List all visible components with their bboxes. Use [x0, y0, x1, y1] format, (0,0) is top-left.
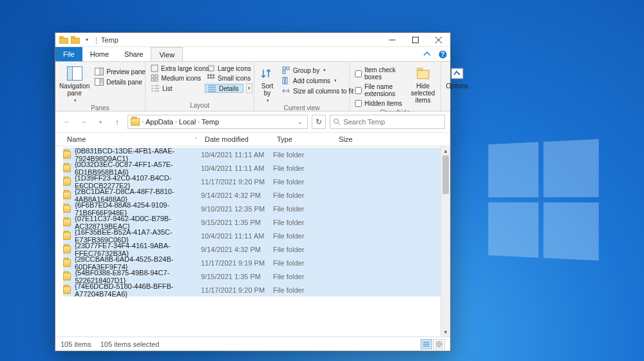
- breadcrumb-appdata[interactable]: AppData›: [146, 118, 177, 126]
- maximize-button[interactable]: [404, 33, 427, 47]
- view-thumbnails-button[interactable]: [433, 339, 445, 349]
- navigation-pane-button[interactable]: Navigation pane ▾: [59, 64, 90, 103]
- column-headers: Name˄ Date modified Type Size: [55, 132, 450, 146]
- recent-locations-button[interactable]: ▾: [94, 115, 107, 128]
- details-pane-button[interactable]: Details pane: [92, 77, 148, 86]
- layout-small-icons[interactable]: Small icons: [205, 73, 250, 83]
- svg-rect-42: [283, 71, 285, 73]
- scroll-up-icon[interactable]: ▲: [441, 146, 450, 155]
- address-bar[interactable]: › AppData› Local› Temp ⌄: [128, 115, 308, 129]
- table-row[interactable]: {6F6B7ED4-88A8-4254-9109-71B6F66F948E}9/…: [63, 202, 440, 215]
- search-box[interactable]: [330, 115, 445, 129]
- size-columns-button[interactable]: Size all columns to fit: [279, 86, 356, 95]
- back-button[interactable]: ←: [61, 115, 73, 128]
- help-button[interactable]: ?: [435, 47, 450, 61]
- up-button[interactable]: ↑: [111, 115, 124, 128]
- svg-rect-54: [436, 341, 439, 344]
- scroll-down-icon[interactable]: ▼: [441, 327, 450, 337]
- file-list[interactable]: {0B831BCD-13DE-4FB1-A8AE-7924B98D9AC1}10…: [55, 146, 440, 337]
- file-type: File folder: [273, 191, 335, 199]
- table-row[interactable]: {23D77FE7-34F4-4161-9ABA-FFEC76732B3A}9/…: [63, 242, 440, 256]
- file-date: 9/10/2021 12:35 PM: [201, 205, 273, 213]
- hidden-items-toggle[interactable]: Hidden items: [354, 99, 407, 108]
- layout-large-icons[interactable]: Large icons: [205, 64, 250, 73]
- vertical-scrollbar[interactable]: ▲ ▼: [440, 146, 450, 337]
- column-size[interactable]: Size: [335, 135, 374, 143]
- sort-by-button[interactable]: Sort by▾: [258, 64, 276, 103]
- folder-icon: [63, 286, 71, 294]
- hide-selected-items-button[interactable]: Hide selected items: [410, 64, 437, 104]
- table-row[interactable]: {54BF0388-E875-49B8-94C7-5226218407D1}9/…: [63, 269, 440, 283]
- svg-rect-3: [71, 36, 75, 38]
- svg-rect-56: [436, 345, 439, 347]
- navigation-pane-icon: [66, 66, 84, 81]
- folder-icon: [63, 178, 71, 186]
- layout-more-icon[interactable]: ▾: [246, 83, 252, 93]
- preview-pane-icon: [95, 68, 104, 75]
- scroll-thumb[interactable]: [442, 155, 449, 194]
- svg-text:+: +: [289, 77, 290, 83]
- table-row[interactable]: {07E11C37-9462-4D0C-B79B-AC328719BEAC}9/…: [63, 215, 440, 229]
- file-date: 11/17/2021 9:20 PM: [201, 286, 273, 294]
- column-name[interactable]: Name˄: [63, 135, 201, 143]
- svg-rect-0: [59, 38, 68, 44]
- table-row[interactable]: {0B831BCD-13DE-4FB1-A8AE-7924B98D9AC1}10…: [63, 148, 440, 161]
- search-input[interactable]: [343, 118, 442, 126]
- address-bar-row: ← → ▾ ↑ › AppData› Local› Temp ⌄ ↻: [55, 112, 450, 132]
- svg-rect-47: [417, 68, 422, 70]
- list-icon: [151, 84, 160, 92]
- column-type[interactable]: Type: [273, 135, 335, 143]
- close-button[interactable]: [427, 33, 450, 47]
- breadcrumb-local[interactable]: Local›: [179, 118, 200, 126]
- file-type: File folder: [273, 151, 335, 159]
- details-pane-icon: [95, 78, 104, 86]
- table-row[interactable]: {74E6DCBD-5180-446B-BFFB-A77204B74EA6}11…: [63, 283, 440, 297]
- tab-home[interactable]: Home: [82, 47, 117, 61]
- svg-rect-22: [151, 79, 154, 81]
- ribbon-view: Navigation pane ▾ Preview pane Details p…: [55, 61, 450, 112]
- table-row[interactable]: {2BC1DAE7-D8CA-48F7-B810-4AB8A16488A0}9/…: [63, 188, 440, 202]
- address-history-dropdown[interactable]: ⌄: [296, 119, 305, 125]
- file-type: File folder: [273, 178, 335, 186]
- table-row[interactable]: {16F35BEE-B52A-41A7-A35C-E73FB369C06D}10…: [63, 229, 440, 242]
- tab-share[interactable]: Share: [117, 47, 151, 61]
- properties-icon[interactable]: [71, 35, 80, 44]
- refresh-button[interactable]: ↻: [312, 115, 326, 129]
- file-type: File folder: [273, 219, 335, 226]
- folder-icon: [63, 246, 71, 253]
- svg-rect-44: [285, 77, 287, 84]
- qat-dropdown-icon[interactable]: ▾: [82, 35, 91, 44]
- layout-medium-icons[interactable]: Medium icons: [148, 73, 204, 83]
- forward-button[interactable]: →: [77, 115, 90, 128]
- svg-rect-57: [440, 345, 442, 347]
- file-type: File folder: [273, 246, 335, 253]
- tab-file[interactable]: File: [55, 47, 82, 61]
- view-details-button[interactable]: [421, 339, 432, 349]
- svg-rect-13: [100, 68, 104, 75]
- add-columns-button[interactable]: +Add columns▾: [279, 76, 356, 85]
- ribbon-collapse-button[interactable]: [419, 47, 435, 61]
- breadcrumb-temp[interactable]: Temp: [202, 118, 219, 126]
- svg-rect-29: [213, 77, 214, 79]
- folder-icon: [63, 232, 71, 240]
- group-by-button[interactable]: Group by▾: [279, 66, 356, 75]
- table-row[interactable]: {1D39FF23-42C0-4107-B4CD-E6CDCB2277E2}11…: [63, 175, 440, 188]
- svg-rect-43: [283, 77, 285, 84]
- minimize-button[interactable]: [381, 33, 404, 47]
- svg-rect-11: [67, 67, 72, 81]
- breadcrumb-sep[interactable]: ›: [142, 119, 144, 125]
- item-check-boxes-toggle[interactable]: Item check boxes: [354, 66, 407, 81]
- preview-pane-button[interactable]: Preview pane: [92, 67, 148, 76]
- tab-view[interactable]: View: [151, 47, 183, 62]
- table-row[interactable]: {28CCBA8B-6AD4-4525-B24B-60DFA3EF9F74}11…: [63, 256, 440, 269]
- file-date: 9/14/2021 4:32 PM: [201, 191, 273, 199]
- options-button[interactable]: Options▾: [445, 64, 469, 96]
- layout-details[interactable]: Details: [205, 84, 243, 93]
- details-icon: [207, 84, 216, 92]
- layout-extra-large-icons[interactable]: Extra large icons: [148, 64, 204, 73]
- file-name-extensions-toggle[interactable]: File name extensions: [354, 83, 407, 98]
- layout-list[interactable]: List: [148, 84, 204, 93]
- column-date[interactable]: Date modified: [201, 135, 273, 143]
- titlebar: ▾ | Temp: [55, 33, 450, 47]
- table-row[interactable]: {0D32D3EC-0C87-4FF1-A57E-6D1BB958B1A6}10…: [63, 161, 440, 175]
